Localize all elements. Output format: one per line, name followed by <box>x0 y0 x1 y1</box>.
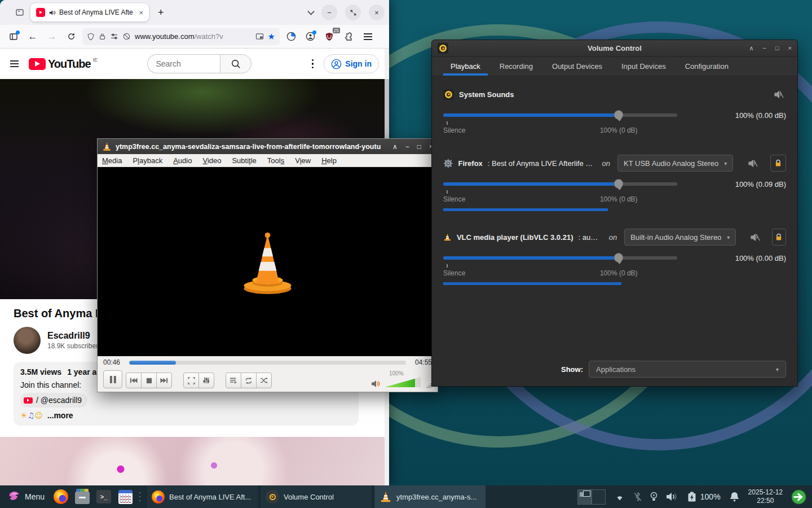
tab-playback[interactable]: Playback <box>441 57 490 76</box>
task-vlc[interactable]: ytmp3free.cc_anyma-s... <box>374 485 486 508</box>
window-minimize-button[interactable]: − <box>321 5 337 20</box>
extension-pie-icon[interactable] <box>283 29 299 45</box>
vlc-title-bar[interactable]: ytmp3free.cc_anyma-sevdaliza-samsara-liv… <box>98 139 438 154</box>
updates-tray-icon[interactable] <box>791 489 806 505</box>
vlc-menu-playback[interactable]: Playback <box>133 156 162 165</box>
youtube-kebab-icon[interactable] <box>312 59 314 69</box>
volume-slider[interactable] <box>443 179 677 189</box>
url-bar[interactable]: www.youtube.com/watch?v ★ <box>82 28 280 45</box>
workspace-2[interactable] <box>592 489 606 505</box>
bookmark-star-icon[interactable]: ★ <box>268 32 275 42</box>
previous-button[interactable] <box>126 373 142 388</box>
bluetooth-disabled-icon[interactable] <box>634 492 642 502</box>
pavu-minimize-button[interactable]: − <box>762 45 766 52</box>
lock-channels-button[interactable] <box>770 155 786 172</box>
slider-handle[interactable] <box>614 253 624 262</box>
pause-button[interactable] <box>103 370 122 388</box>
vlc-shade-button[interactable]: ∧ <box>392 143 398 151</box>
terminal-launcher[interactable]: >_ <box>94 487 113 506</box>
menu-hamburger-icon[interactable] <box>360 29 376 45</box>
tab-configuration[interactable]: Configuration <box>676 57 738 76</box>
lock-icon[interactable] <box>99 33 106 40</box>
vlc-menu-media[interactable]: Media <box>102 156 122 165</box>
tab-close-icon[interactable]: × <box>138 8 144 17</box>
applications-menu-button[interactable]: Menu <box>3 485 49 508</box>
tab-input-devices[interactable]: Input Devices <box>612 57 676 76</box>
mute-toggle-icon[interactable] <box>749 233 761 242</box>
tab-output-devices[interactable]: Output Devices <box>542 57 612 76</box>
pavu-close-button[interactable]: × <box>788 45 792 52</box>
channel-handle-chip[interactable]: / @escadrill9 <box>20 393 87 408</box>
vlc-minimize-button[interactable]: − <box>405 143 409 151</box>
list-tabs-chevron-icon[interactable] <box>307 8 315 15</box>
mute-toggle-icon[interactable] <box>746 159 760 168</box>
vlc-menu-audio[interactable]: Audio <box>173 156 192 165</box>
lock-channels-button[interactable] <box>772 229 786 246</box>
battery-indicator[interactable]: 100% <box>687 491 721 502</box>
fullscreen-button[interactable] <box>183 373 199 388</box>
vlc-menu-tools[interactable]: Tools <box>267 156 284 165</box>
wifi-icon[interactable] <box>614 492 625 501</box>
vlc-maximize-button[interactable]: □ <box>417 143 421 151</box>
url-text[interactable]: www.youtube.com/watch?v <box>135 32 251 41</box>
playlist-button[interactable] <box>226 373 241 388</box>
search-input[interactable] <box>147 54 220 73</box>
sign-in-button[interactable]: Sign in <box>324 54 379 73</box>
reload-button[interactable] <box>63 29 79 45</box>
vlc-menu-view[interactable]: View <box>295 156 311 165</box>
back-button[interactable]: ← <box>25 29 41 45</box>
next-button[interactable] <box>156 373 172 388</box>
pavu-shade-button[interactable]: ∧ <box>749 45 753 52</box>
tab-audio-icon[interactable] <box>48 9 56 16</box>
vlc-volume-icon[interactable] <box>371 379 381 388</box>
lightbulb-icon[interactable] <box>650 492 657 502</box>
channel-avatar[interactable] <box>14 327 41 354</box>
volume-control-title-bar[interactable]: Volume Control ∧ − □ × <box>432 40 797 57</box>
youtube-logo[interactable]: YouTube IE <box>29 58 98 70</box>
pavu-maximize-button[interactable]: □ <box>775 45 779 52</box>
next-video-thumbnail[interactable] <box>0 437 389 485</box>
slider-handle[interactable] <box>614 179 624 189</box>
channel-name[interactable]: Escadrill9 <box>47 331 102 341</box>
workspace-1[interactable] <box>577 489 592 505</box>
file-manager-launcher[interactable] <box>73 487 92 506</box>
task-volume-control[interactable]: Volume Control <box>260 485 372 508</box>
ublock-icon[interactable]: 25 <box>321 29 337 45</box>
show-more-link[interactable]: ...more <box>47 411 73 420</box>
equalizer-button[interactable] <box>198 373 214 388</box>
shield-icon[interactable] <box>87 33 95 41</box>
volume-slider[interactable] <box>443 253 677 263</box>
account-icon[interactable] <box>302 29 318 45</box>
browser-tab[interactable]: Best of Anyma LIVE Afte × <box>30 3 149 21</box>
vlc-menu-help[interactable]: Help <box>321 156 337 165</box>
shuffle-button[interactable] <box>256 373 272 388</box>
youtube-guide-icon[interactable] <box>10 63 19 64</box>
vlc-video-area[interactable] <box>98 167 438 356</box>
slider-handle[interactable] <box>614 110 624 120</box>
window-close-button[interactable]: × <box>369 5 385 20</box>
firefox-view-icon[interactable] <box>12 5 27 20</box>
autoplay-blocked-icon[interactable] <box>122 32 131 41</box>
vlc-menu-video[interactable]: Video <box>202 156 221 165</box>
vlc-volume-slider[interactable]: 100% <box>385 371 421 388</box>
volume-slider[interactable] <box>443 110 677 120</box>
window-restore-button[interactable] <box>345 5 361 20</box>
workspace-pager[interactable] <box>577 489 606 505</box>
notifications-bell-icon[interactable] <box>729 491 740 502</box>
volume-icon[interactable] <box>666 492 678 502</box>
tab-recording[interactable]: Recording <box>490 57 542 76</box>
clock[interactable]: 2025-12-12 22:50 <box>748 488 783 505</box>
sidebar-icon[interactable] <box>6 29 21 45</box>
extensions-puzzle-icon[interactable] <box>341 29 356 45</box>
output-device-dropdown[interactable]: KT USB Audio Analog Stereo ▾ <box>617 155 733 172</box>
output-device-dropdown[interactable]: Built-in Audio Analog Stereo ▾ <box>624 229 736 246</box>
task-firefox[interactable]: Best of Anyma LIVE Aft... <box>146 485 258 508</box>
mute-toggle-icon[interactable] <box>771 90 786 99</box>
show-filter-dropdown[interactable]: Applications ▾ <box>589 361 786 378</box>
calendar-launcher[interactable] <box>116 487 135 506</box>
stop-button[interactable] <box>141 373 157 388</box>
new-tab-button[interactable]: + <box>155 7 167 19</box>
picture-in-picture-icon[interactable] <box>255 33 264 40</box>
permissions-icon[interactable] <box>110 33 118 40</box>
vlc-seek-bar[interactable] <box>129 361 406 365</box>
